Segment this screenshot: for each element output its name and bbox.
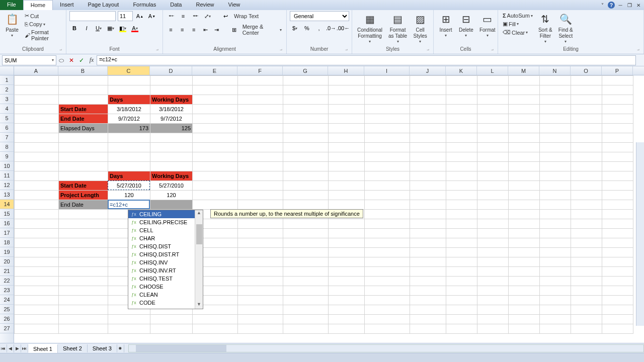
cell[interactable] (59, 133, 108, 143)
cell[interactable] (193, 124, 238, 133)
cell[interactable] (602, 286, 633, 296)
autocomplete-item[interactable]: ƒxCEILING.PRECISE (128, 218, 203, 226)
cell[interactable] (509, 181, 540, 191)
cell[interactable] (540, 171, 571, 181)
percent-format-icon[interactable]: % (302, 23, 312, 33)
column-header-D[interactable]: D (150, 66, 192, 75)
cell[interactable] (602, 210, 633, 219)
cell[interactable] (238, 315, 283, 324)
cell[interactable] (509, 133, 540, 143)
cell[interactable] (410, 105, 446, 114)
column-header-H[interactable]: H (328, 66, 364, 75)
cell[interactable] (446, 95, 477, 105)
cell[interactable] (329, 143, 365, 152)
autocomplete-item[interactable]: ƒxCHISQ.INV.RT (128, 266, 203, 275)
cell[interactable] (571, 95, 602, 105)
cell[interactable] (365, 324, 410, 334)
column-header-L[interactable]: L (477, 66, 508, 75)
cell[interactable] (446, 181, 477, 191)
cell[interactable] (365, 162, 410, 171)
cell[interactable] (571, 277, 602, 286)
tab-home[interactable]: Home (23, 0, 53, 10)
cell[interactable] (329, 133, 365, 143)
font-name-combo[interactable] (69, 11, 116, 21)
row-header-5[interactable]: 5 (0, 114, 14, 123)
autosum-button[interactable]: Σ AutoSum▾ (501, 12, 534, 19)
cell[interactable] (571, 267, 602, 277)
cell[interactable] (15, 133, 59, 143)
cell[interactable] (283, 133, 329, 143)
fill-color-button[interactable]: ◧▾ (118, 23, 128, 33)
cell[interactable] (59, 171, 108, 181)
cell[interactable] (59, 286, 108, 296)
cell[interactable] (108, 324, 150, 334)
cell[interactable] (108, 152, 150, 162)
tab-insert[interactable]: Insert (53, 0, 81, 10)
align-center-icon[interactable]: ≡ (178, 25, 187, 35)
cell[interactable] (446, 200, 477, 210)
row-header-16[interactable]: 16 (0, 219, 14, 228)
row-header-21[interactable]: 21 (0, 266, 14, 276)
cell[interactable] (15, 200, 59, 210)
cell[interactable] (283, 152, 329, 162)
cell[interactable] (477, 114, 509, 124)
cell[interactable] (365, 229, 410, 238)
cell[interactable] (365, 124, 410, 133)
cell[interactable] (150, 133, 193, 143)
paste-button[interactable]: 📋 Paste ▾ (3, 11, 21, 39)
cell[interactable] (509, 200, 540, 210)
vertical-scrollbar[interactable] (636, 142, 644, 326)
cell[interactable] (15, 124, 59, 133)
row-header-24[interactable]: 24 (0, 295, 14, 305)
cell[interactable] (410, 229, 446, 238)
cell[interactable] (238, 171, 283, 181)
cell[interactable] (571, 229, 602, 238)
cell[interactable] (283, 124, 329, 133)
row-header-27[interactable]: 27 (0, 324, 14, 333)
cell[interactable] (571, 114, 602, 124)
cell[interactable] (477, 191, 509, 200)
column-header-P[interactable]: P (602, 66, 633, 75)
cell[interactable] (193, 143, 238, 152)
align-top-icon[interactable]: ⬴ (166, 11, 176, 21)
cell[interactable] (410, 267, 446, 277)
cell[interactable] (509, 277, 540, 286)
sheet-nav-prev[interactable]: ◀ (7, 344, 14, 352)
cell[interactable] (571, 143, 602, 152)
column-header-M[interactable]: M (508, 66, 539, 75)
cell[interactable] (602, 305, 633, 315)
cell[interactable] (509, 324, 540, 334)
cell[interactable] (602, 296, 633, 305)
cell[interactable] (446, 114, 477, 124)
cell[interactable] (602, 219, 633, 229)
cell[interactable] (477, 248, 509, 257)
fn-insert-icon[interactable]: ⬭ (56, 55, 66, 65)
cell[interactable] (59, 162, 108, 171)
cell[interactable] (238, 152, 283, 162)
cell[interactable] (329, 191, 365, 200)
autocomplete-item[interactable]: ƒxCHISQ.INV (128, 258, 203, 266)
cell[interactable] (540, 210, 571, 219)
conditional-formatting-button[interactable]: ▦Conditional Formatting▾ (355, 11, 384, 45)
cell[interactable] (15, 286, 59, 296)
cell[interactable] (477, 219, 509, 229)
cell[interactable] (509, 95, 540, 105)
cell[interactable] (238, 248, 283, 257)
cell[interactable]: Days (108, 95, 150, 105)
cell[interactable] (15, 257, 59, 267)
cell[interactable] (410, 324, 446, 334)
cell[interactable] (571, 162, 602, 171)
cell[interactable] (509, 105, 540, 114)
cell[interactable]: 3/18/2012 (108, 105, 150, 114)
cell[interactable] (540, 267, 571, 277)
cell[interactable] (365, 200, 410, 210)
cell[interactable] (283, 143, 329, 152)
cell[interactable] (446, 238, 477, 248)
cell[interactable] (477, 143, 509, 152)
cell[interactable]: 5/27/2010 (108, 181, 150, 191)
cell[interactable] (238, 219, 283, 229)
cell[interactable] (59, 219, 108, 229)
cell[interactable] (108, 162, 150, 171)
cell[interactable] (602, 257, 633, 267)
cell[interactable] (283, 200, 329, 210)
